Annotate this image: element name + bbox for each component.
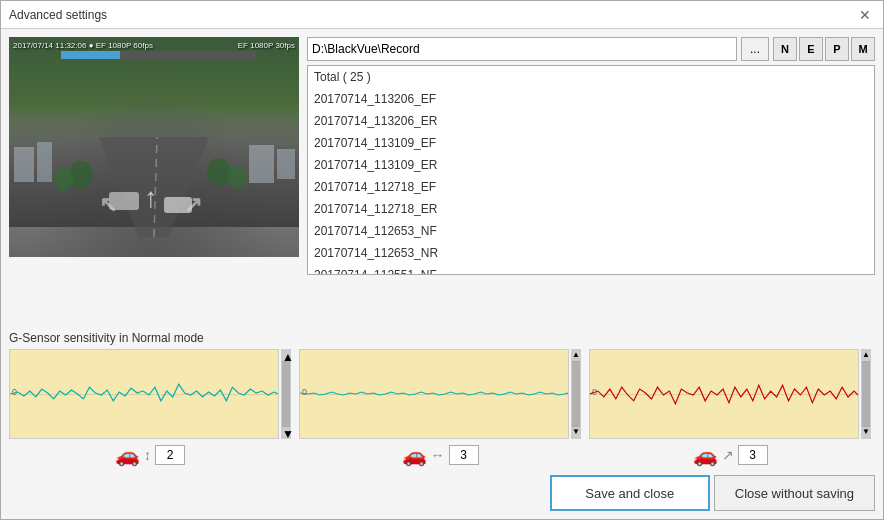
diagonal-axis-icon-3: ↗ [722,447,734,463]
sensitivity-input-1[interactable] [155,445,185,465]
bottom-section: G-Sensor sensitivity in Normal mode 0 ▲ [1,331,883,475]
g-sensor-label: G-Sensor sensitivity in Normal mode [9,331,875,345]
graph-svg-1 [10,350,278,438]
svg-point-11 [54,167,74,191]
scroll-down-3[interactable]: ▼ [862,426,870,438]
graph-box-1: 0 [9,349,279,439]
scroll-thumb-1[interactable] [282,362,290,426]
scroll-down-2[interactable]: ▼ [572,426,580,438]
car-icon-1: 🚗 [115,443,140,467]
g-sensor-graphs: 0 ▲ ▼ 🚗 ↕ [9,349,875,467]
browse-button[interactable]: ... [741,37,769,61]
main-content: ↑ ↖ ↗ [1,29,883,331]
graph-svg-2 [300,350,568,438]
video-timestamp: 2017/07/14 11:32:06 ● EF 1080P 60fps [13,41,153,50]
video-player: ↑ ↖ ↗ [9,37,299,257]
graph-box-2: 0 [299,349,569,439]
svg-point-10 [207,158,231,186]
svg-rect-8 [277,149,295,179]
progress-bar[interactable] [61,51,256,59]
svg-rect-5 [14,147,34,182]
scroll-up-2[interactable]: ▲ [572,350,580,362]
graph-with-scrollbar-2: 0 ▲ ▼ [299,349,581,439]
graph-with-scrollbar: 0 ▲ ▼ [9,349,291,439]
svg-rect-14 [164,197,192,213]
car-icon-2: 🚗 [402,443,427,467]
graph-controls-3: 🚗 ↗ [693,443,768,467]
svg-point-12 [227,165,247,189]
scrollbar-1[interactable]: ▲ ▼ [281,349,291,439]
graph-svg-3 [590,350,858,438]
scroll-up-3[interactable]: ▲ [862,350,870,362]
graph-container-3: 0 ▲ ▼ 🚗 ↗ [589,349,871,467]
file-list-total: Total ( 25 ) [308,66,874,88]
horizontal-axis-icon-2: ↔ [431,447,445,463]
file-list: Total ( 25 ) 20170714_113206_EF20170714_… [307,65,875,275]
list-item[interactable]: 20170714_112551_NF [308,264,874,275]
filter-m-button[interactable]: M [851,37,875,61]
file-path-row: ... N E P M [307,37,875,61]
vertical-axis-icon-1: ↕ [144,447,151,463]
list-item[interactable]: 20170714_112653_NR [308,242,874,264]
filter-n-button[interactable]: N [773,37,797,61]
road-markings: ↑ ↖ ↗ [9,137,299,237]
graph-controls-2: 🚗 ↔ [402,443,479,467]
video-info: EF 1080P 30fps [238,41,295,50]
scrollbar-3[interactable]: ▲ ▼ [861,349,871,439]
svg-rect-7 [249,145,274,183]
scroll-thumb-3[interactable] [862,362,870,426]
close-without-saving-button[interactable]: Close without saving [714,475,875,511]
graph-container-1: 0 ▲ ▼ 🚗 ↕ [9,349,291,467]
graph-with-scrollbar-3: 0 ▲ ▼ [589,349,871,439]
progress-fill [61,51,120,59]
sensitivity-input-3[interactable] [738,445,768,465]
file-path-input[interactable] [307,37,737,61]
scrollbar-2[interactable]: ▲ ▼ [571,349,581,439]
filter-e-button[interactable]: E [799,37,823,61]
graph-controls-1: 🚗 ↕ [115,443,185,467]
left-panel: ↑ ↖ ↗ [9,37,299,323]
filter-p-button[interactable]: P [825,37,849,61]
list-item[interactable]: 20170714_113109_ER [308,154,874,176]
scroll-thumb-2[interactable] [572,362,580,426]
sensitivity-input-2[interactable] [449,445,479,465]
list-item[interactable]: 20170714_113109_EF [308,132,874,154]
list-item[interactable]: 20170714_112718_ER [308,198,874,220]
footer: Save and close Close without saving [1,475,883,519]
graph-container-2: 0 ▲ ▼ 🚗 ↔ [299,349,581,467]
svg-rect-13 [109,192,139,210]
list-item[interactable]: 20170714_112653_NF [308,220,874,242]
title-bar: Advanced settings ✕ [1,1,883,29]
right-panel: ... N E P M Total ( 25 ) 20170714_113206… [307,37,875,323]
scroll-up-1[interactable]: ▲ [282,350,290,362]
list-item[interactable]: 20170714_113206_EF [308,88,874,110]
advanced-settings-window: Advanced settings ✕ ↑ ↖ ↗ [0,0,884,520]
car-icon-3: 🚗 [693,443,718,467]
svg-text:↑: ↑ [144,182,158,213]
filter-buttons: N E P M [773,37,875,61]
save-and-close-button[interactable]: Save and close [550,475,710,511]
scroll-down-1[interactable]: ▼ [282,426,290,438]
svg-rect-6 [37,142,52,182]
window-title: Advanced settings [9,8,107,22]
close-window-button[interactable]: ✕ [855,5,875,25]
list-item[interactable]: 20170714_113206_ER [308,110,874,132]
list-item[interactable]: 20170714_112718_EF [308,176,874,198]
graph-box-3: 0 [589,349,859,439]
